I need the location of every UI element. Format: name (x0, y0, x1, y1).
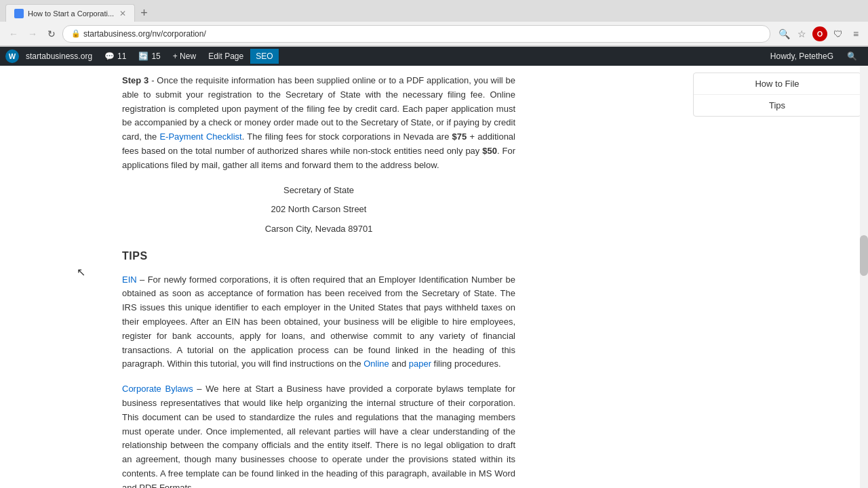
url-text: startabusiness.org/nv/corporation/ (83, 29, 206, 39)
address-bar-row: ← → ↻ 🔒 startabusiness.org/nv/corporatio… (0, 22, 868, 46)
wp-edit-label: Edit Page (208, 52, 243, 61)
wp-toolbar: W startabusiness.org 💬 11 🔄 15 + New Edi… (0, 47, 868, 66)
tip2-paragraph: Corporate Bylaws – We here at Start a Bu… (122, 382, 515, 488)
sidebar-how-to-file-label: How to File (755, 79, 799, 89)
scrollbar-thumb[interactable] (860, 235, 868, 276)
tip1-text3: filing procedures. (431, 359, 501, 369)
sidebar: How to File Tips (693, 73, 861, 117)
lock-icon: 🔒 (71, 29, 81, 38)
wp-search-icon: 🔍 (847, 52, 857, 61)
page-container: Step 3 - Once the requisite information … (0, 66, 868, 488)
bookmark-icon[interactable]: ☆ (795, 27, 808, 41)
tip1-and: and (389, 359, 409, 369)
epayment-checklist-link[interactable]: E-Payment Checklist (159, 131, 241, 142)
scrollbar[interactable] (860, 66, 868, 488)
paper-link[interactable]: paper (409, 359, 431, 369)
wp-toolbar-right: Howdy, PetetheG 🔍 (765, 49, 863, 64)
wp-comments[interactable]: 💬 11 (99, 49, 132, 64)
update-count: 15 (151, 52, 160, 61)
wp-site-label: startabusiness.org (26, 52, 92, 61)
address-bar[interactable]: 🔒 startabusiness.org/nv/corporation/ (62, 25, 770, 43)
tab-favicon (14, 9, 24, 18)
content-body: Step 3 - Once the requisite information … (122, 74, 515, 488)
corporate-bylaws-link[interactable]: Corporate Bylaws (122, 384, 193, 394)
forward-button[interactable]: → (24, 26, 41, 42)
sidebar-tips-label: Tips (769, 100, 785, 110)
active-tab[interactable]: How to Start a Corporati... ✕ (5, 4, 135, 22)
wp-new[interactable]: + New (167, 49, 201, 64)
update-icon: 🔄 (138, 52, 149, 61)
address-line3: Carson City, Nevada 89701 (122, 222, 515, 237)
tip1-text: – For newly formed corporations, it is o… (122, 274, 515, 369)
tip1-paragraph: EIN – For newly formed corporations, it … (122, 273, 515, 372)
step3-label: Step 3 (122, 75, 149, 85)
address-line2: 202 North Carson Street (122, 203, 515, 217)
close-tab-button[interactable]: ✕ (119, 9, 126, 18)
tips-heading: TIPS (122, 247, 515, 265)
opera-icon[interactable]: O (812, 26, 827, 41)
wp-new-label: + New (173, 52, 196, 61)
address-block: Secretary of State 202 North Carson Stre… (122, 184, 515, 237)
new-tab-button[interactable]: + (140, 7, 148, 19)
tab-title: How to Start a Corporati... (28, 9, 114, 18)
ein-link[interactable]: EIN (122, 274, 137, 285)
adblocker-icon[interactable]: 🛡 (831, 27, 845, 41)
comment-count: 11 (117, 52, 126, 61)
step3-amount1: $75 (452, 131, 467, 142)
wp-howdy-label: Howdy, PetetheG (770, 52, 833, 61)
wp-site-name[interactable]: startabusiness.org (20, 49, 98, 64)
browser-icons: 🔍 ☆ O 🛡 ≡ (777, 26, 863, 41)
tab-bar: How to Start a Corporati... ✕ + (0, 0, 868, 22)
sidebar-item-tips[interactable]: Tips (694, 95, 861, 116)
more-menu-icon[interactable]: ≡ (849, 27, 863, 41)
step3-paragraph: Step 3 - Once the requisite information … (122, 74, 515, 173)
address-line1: Secretary of State (122, 184, 515, 198)
wp-seo-label: SEO (256, 52, 273, 61)
tip2-text: – We here at Start a Business have provi… (122, 384, 515, 488)
back-button[interactable]: ← (5, 26, 22, 42)
wp-logo-letter: W (9, 52, 16, 60)
wp-updates[interactable]: 🔄 15 (133, 49, 165, 64)
main-content: Step 3 - Once the requisite information … (0, 66, 529, 488)
online-link[interactable]: Online (363, 359, 389, 369)
wp-seo[interactable]: SEO (250, 49, 278, 64)
step3-amount2: $50 (482, 146, 497, 156)
wp-howdy[interactable]: Howdy, PetetheG (765, 49, 839, 64)
comment-icon: 💬 (104, 52, 115, 61)
reload-button[interactable]: ↻ (43, 26, 60, 42)
sidebar-item-how-to-file[interactable]: How to File (694, 73, 861, 95)
search-icon[interactable]: 🔍 (777, 27, 791, 41)
step3-text2: . The filing fees for stock corporations… (242, 131, 452, 142)
wp-search[interactable]: 🔍 (842, 49, 863, 64)
wp-edit-page[interactable]: Edit Page (203, 49, 249, 64)
wp-logo[interactable]: W (5, 49, 19, 63)
